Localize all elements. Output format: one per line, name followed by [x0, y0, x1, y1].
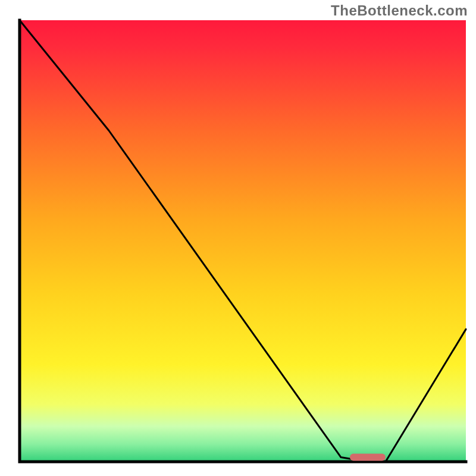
chart-stage: TheBottleneck.com: [0, 0, 476, 476]
plot-background: [20, 20, 466, 462]
range-marker: [350, 454, 386, 461]
watermark-label: TheBottleneck.com: [331, 2, 468, 19]
bottleneck-chart: [0, 0, 476, 476]
